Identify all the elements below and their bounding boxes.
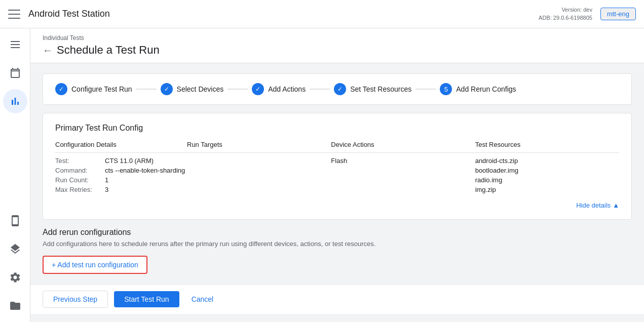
version-info: Version: dev ADB: 29.0.6-6198805 (539, 6, 592, 22)
rerun-section-title: Add rerun configurations (43, 228, 632, 237)
config-details-col: Configuration Details Test: CTS 11.0 (AR… (55, 141, 187, 195)
main-layout: Individual Tests ← Schedule a Test Run ✓… (0, 28, 644, 322)
device-action-flash: Flash (331, 157, 475, 165)
env-badge[interactable]: mtt-eng (600, 8, 636, 20)
step-5-circle: 5 (440, 83, 452, 95)
page-header: Individual Tests ← Schedule a Test Run (30, 28, 644, 63)
card-title: Primary Test Run Config (55, 124, 619, 133)
stepper: ✓ Configure Test Run ✓ Select Devices ✓ (43, 73, 632, 105)
connector-3 (310, 89, 330, 90)
start-test-run-button[interactable]: Start Test Run (114, 291, 179, 307)
sidebar-item-list[interactable] (3, 32, 27, 57)
config-max-retries-row: Max Retries: 3 (55, 186, 187, 193)
sidebar-item-calendar[interactable] (3, 61, 27, 85)
page-title: Schedule a Test Run (57, 44, 160, 57)
command-label: Command: (55, 167, 101, 174)
test-resource-2: radio.img (475, 176, 619, 184)
rerun-section: Add rerun configurations Add configurati… (43, 228, 632, 274)
connector-4 (415, 89, 436, 90)
config-command-row: Command: cts --enable-token-sharding (55, 167, 187, 174)
step-3-checkmark: ✓ (255, 86, 260, 93)
test-resources-header: Test Resources (475, 141, 619, 153)
config-details-header: Configuration Details (55, 141, 187, 153)
svg-rect-1 (11, 44, 20, 45)
step-1-label: Configure Test Run (71, 85, 132, 93)
svg-rect-0 (11, 41, 20, 42)
sidebar-item-phone[interactable] (3, 209, 27, 233)
step-2-label: Select Devices (177, 85, 224, 93)
step-4-checkmark: ✓ (337, 86, 343, 93)
max-retries-value: 3 (105, 186, 108, 193)
rerun-section-desc: Add configurations here to schedule reru… (43, 240, 632, 248)
cancel-button[interactable]: Cancel (185, 291, 220, 307)
app-header: Android Test Station Version: dev ADB: 2… (0, 0, 644, 28)
step-5-label: Add Rerun Configs (456, 85, 516, 93)
step-1-circle: ✓ (55, 83, 67, 95)
config-grid: Configuration Details Test: CTS 11.0 (AR… (55, 141, 619, 195)
back-button[interactable]: ← (43, 45, 53, 55)
step-add-actions: ✓ Add Actions (252, 83, 306, 95)
run-count-value: 1 (105, 176, 108, 184)
step-3-circle: ✓ (252, 83, 264, 95)
menu-icon[interactable] (8, 8, 20, 20)
test-resources-col: Test Resources android-cts.zip bootloade… (475, 141, 619, 195)
main-content: Individual Tests ← Schedule a Test Run ✓… (30, 28, 644, 322)
run-count-label: Run Count: (55, 176, 101, 184)
footer: Previous Step Start Test Run Cancel (30, 284, 644, 314)
step-2-checkmark: ✓ (164, 86, 169, 93)
primary-config-card: Primary Test Run Config Configuration De… (43, 113, 632, 220)
test-resource-3: img.zip (475, 186, 619, 193)
previous-step-button[interactable]: Previous Step (43, 291, 108, 308)
device-actions-col: Device Actions Flash (331, 141, 475, 195)
step-2-circle: ✓ (161, 83, 173, 95)
connector-1 (136, 89, 157, 90)
svg-rect-2 (11, 47, 20, 48)
app-title: Android Test Station (28, 9, 531, 19)
content-area: ✓ Configure Test Run ✓ Select Devices ✓ (30, 63, 644, 284)
test-value: CTS 11.0 (ARM) (105, 157, 154, 165)
step-select-devices: ✓ Select Devices (161, 83, 224, 95)
step-3-label: Add Actions (268, 85, 306, 93)
run-targets-header: Run Targets (187, 141, 331, 153)
test-resource-0: android-cts.zip (475, 157, 619, 165)
sidebar (0, 28, 30, 322)
hide-details-button[interactable]: Hide details ▲ (576, 202, 619, 209)
step-add-rerun-configs: 5 Add Rerun Configs (440, 83, 516, 95)
config-test-row: Test: CTS 11.0 (ARM) (55, 157, 187, 165)
command-value: cts --enable-token-sharding (105, 167, 185, 174)
run-targets-col: Run Targets (187, 141, 331, 195)
connector-2 (228, 89, 248, 90)
breadcrumb: Individual Tests (43, 34, 632, 42)
step-1-checkmark: ✓ (59, 86, 64, 93)
step-set-test-resources: ✓ Set Test Resources (334, 83, 411, 95)
test-resource-1: bootloader.img (475, 167, 619, 174)
max-retries-label: Max Retries: (55, 186, 101, 193)
step-5-number: 5 (444, 86, 448, 93)
config-run-count-row: Run Count: 1 (55, 176, 187, 184)
sidebar-item-layers[interactable] (3, 237, 27, 261)
step-4-circle: ✓ (334, 83, 346, 95)
step-4-label: Set Test Resources (350, 85, 411, 93)
sidebar-item-settings[interactable] (3, 265, 27, 290)
device-actions-header: Device Actions (331, 141, 475, 153)
step-configure: ✓ Configure Test Run (55, 83, 132, 95)
hide-details-row: Hide details ▲ (55, 202, 619, 209)
sidebar-item-folder[interactable] (3, 294, 27, 318)
test-label: Test: (55, 157, 101, 165)
add-config-button[interactable]: + Add test run configuration (43, 256, 147, 274)
sidebar-item-chart[interactable] (3, 89, 27, 113)
